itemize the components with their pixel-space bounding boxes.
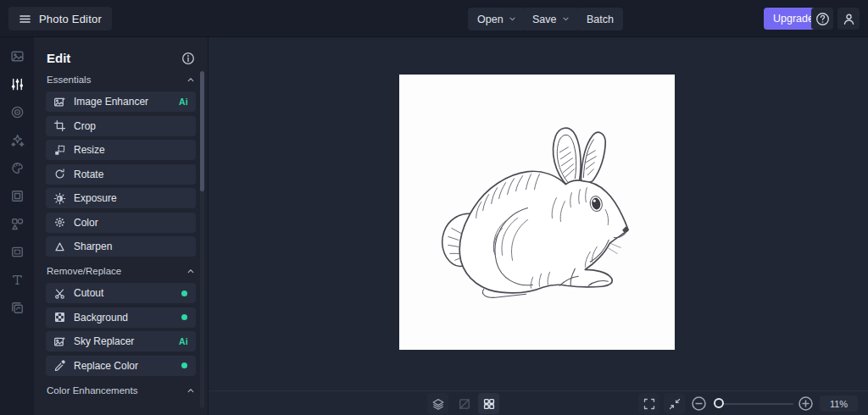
tool-label: Crop bbox=[74, 120, 188, 132]
enabled-dot bbox=[181, 362, 187, 368]
image-enhancer-icon bbox=[53, 96, 66, 108]
hamburger-icon bbox=[19, 13, 31, 25]
open-button-label: Open bbox=[477, 14, 504, 25]
open-button[interactable]: Open bbox=[468, 8, 526, 30]
background-icon bbox=[53, 311, 66, 324]
fullscreen-button[interactable] bbox=[638, 393, 659, 414]
rail-item-edit[interactable] bbox=[0, 70, 34, 98]
enabled-dot bbox=[181, 290, 187, 296]
chevron-up-icon bbox=[186, 267, 195, 275]
section-label: Essentials bbox=[47, 75, 91, 85]
compare-button[interactable] bbox=[453, 393, 475, 414]
rabbit-illustration bbox=[399, 75, 675, 350]
zoom-in-button[interactable] bbox=[798, 396, 814, 412]
tool-label: Sharpen bbox=[74, 241, 188, 252]
tool-resize[interactable]: Resize bbox=[46, 140, 196, 160]
zoom-slider-track[interactable] bbox=[715, 403, 793, 405]
panel-title: Edit bbox=[47, 51, 70, 65]
tool-background[interactable]: Background bbox=[46, 307, 196, 328]
tool-label: Cutout bbox=[74, 287, 181, 299]
rotate-icon bbox=[53, 168, 66, 180]
ai-badge: Ai bbox=[179, 336, 188, 346]
tool-crop[interactable]: Crop bbox=[46, 116, 196, 136]
tool-rotate[interactable]: Rotate bbox=[46, 164, 196, 185]
tool-label: Background bbox=[74, 312, 181, 324]
artboard[interactable] bbox=[399, 75, 675, 350]
panel-title-row: Edit bbox=[47, 51, 195, 65]
graphics-shapes-icon bbox=[10, 217, 25, 231]
batch-button[interactable]: Batch bbox=[577, 8, 623, 30]
question-icon bbox=[815, 12, 830, 26]
section-header-essentials[interactable]: Essentials bbox=[47, 75, 195, 85]
crop-icon bbox=[53, 119, 66, 132]
canvas-area[interactable] bbox=[209, 37, 868, 390]
info-icon[interactable] bbox=[181, 52, 195, 65]
tool-label: Image Enhancer bbox=[74, 96, 179, 108]
chevron-up-icon bbox=[186, 75, 195, 84]
rail-item-artsy[interactable] bbox=[0, 154, 34, 182]
tool-label: Sky Replacer bbox=[74, 335, 179, 347]
save-button[interactable]: Save bbox=[523, 8, 579, 30]
sharpen-icon bbox=[53, 241, 66, 253]
rail-item-frames[interactable] bbox=[0, 182, 34, 210]
enabled-dot bbox=[181, 314, 187, 320]
fit-to-screen-button[interactable] bbox=[664, 393, 685, 414]
rail-item-text[interactable] bbox=[0, 266, 34, 294]
layers-duplicate-icon bbox=[10, 301, 25, 315]
cutout-icon bbox=[53, 287, 66, 300]
zoom-out-button[interactable] bbox=[691, 396, 707, 412]
grid-icon bbox=[482, 397, 496, 411]
tool-replace-color[interactable]: Replace Color bbox=[46, 356, 196, 376]
left-icon-rail bbox=[0, 37, 34, 415]
tool-color[interactable]: Color bbox=[46, 213, 196, 233]
compare-icon bbox=[458, 397, 471, 411]
account-button[interactable] bbox=[837, 8, 860, 30]
panel-scrollbar-thumb[interactable] bbox=[200, 71, 204, 191]
rail-item-overlays[interactable] bbox=[0, 238, 34, 266]
effects-sparkles-icon bbox=[10, 133, 25, 147]
text-icon bbox=[10, 273, 25, 287]
zoom-level-readout[interactable]: 11% bbox=[820, 396, 858, 412]
rail-item-layers[interactable] bbox=[0, 294, 34, 322]
rail-item-graphics[interactable] bbox=[0, 210, 34, 238]
chevron-up-icon bbox=[186, 386, 195, 395]
tool-cutout[interactable]: Cutout bbox=[46, 283, 196, 303]
app-title: Photo Editor bbox=[39, 13, 102, 25]
tool-sharpen[interactable]: Sharpen bbox=[46, 236, 196, 257]
ai-badge: Ai bbox=[179, 97, 188, 107]
top-toolbar: Photo Editor Open Save Batch Upgrade bbox=[0, 0, 868, 37]
section-label: Color Enhancements bbox=[47, 385, 137, 396]
canvas-footer-toolbar: 11% bbox=[209, 390, 868, 415]
layers-stack-icon bbox=[431, 397, 445, 411]
section-header-color-enhancements[interactable]: Color Enhancements bbox=[47, 385, 195, 396]
section-label: Remove/Replace bbox=[47, 266, 121, 276]
user-icon bbox=[842, 12, 856, 26]
tool-image-enhancer[interactable]: Image EnhancerAi bbox=[46, 91, 196, 112]
expand-icon bbox=[643, 397, 656, 411]
overlays-icon bbox=[10, 245, 25, 259]
artsy-palette-icon bbox=[10, 161, 25, 175]
zoom-slider-knob[interactable] bbox=[714, 398, 724, 408]
chevron-down-icon bbox=[562, 15, 570, 23]
grid-view-button[interactable] bbox=[478, 393, 499, 414]
edit-sliders-icon bbox=[10, 77, 25, 91]
touch-up-eye-icon bbox=[10, 105, 25, 119]
resize-icon bbox=[53, 144, 66, 157]
photo-editor-app: Photo Editor Open Save Batch Upgrade Edi… bbox=[0, 0, 868, 415]
rail-item-touch-up[interactable] bbox=[0, 98, 34, 126]
tool-label: Exposure bbox=[74, 192, 188, 204]
save-button-label: Save bbox=[532, 14, 557, 25]
help-button[interactable] bbox=[811, 8, 833, 30]
tool-exposure[interactable]: Exposure bbox=[46, 188, 196, 208]
upgrade-button-label: Upgrade bbox=[773, 13, 814, 25]
batch-button-label: Batch bbox=[587, 14, 614, 25]
tool-sky-replacer[interactable]: Sky ReplacerAi bbox=[46, 331, 196, 351]
frames-icon bbox=[10, 189, 25, 203]
hamburger-menu-button[interactable]: Photo Editor bbox=[8, 7, 112, 30]
section-header-remove-replace[interactable]: Remove/Replace bbox=[47, 266, 195, 276]
rail-item-effects[interactable] bbox=[0, 126, 34, 154]
edit-panel: Edit EssentialsImage EnhancerAiCropResiz… bbox=[34, 37, 209, 415]
layers-button[interactable] bbox=[427, 393, 448, 414]
replace-color-icon bbox=[53, 359, 66, 372]
rail-item-image-manager[interactable] bbox=[0, 42, 34, 70]
